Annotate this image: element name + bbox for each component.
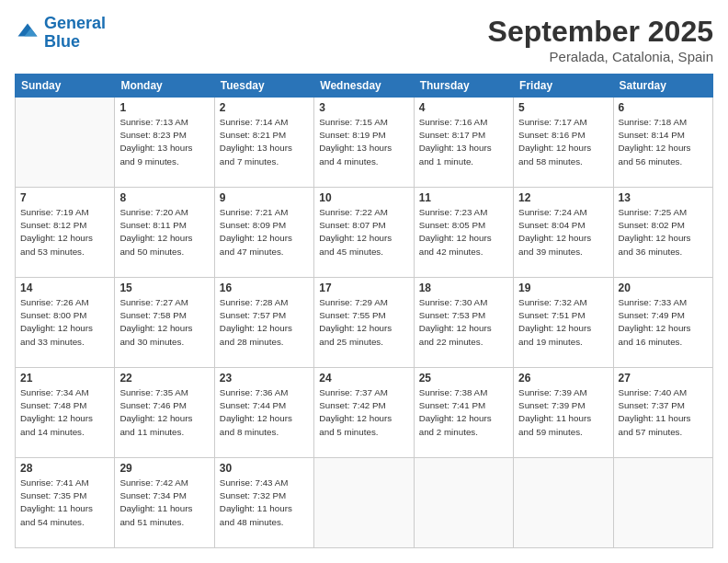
calendar-week-row: 28Sunrise: 7:41 AM Sunset: 7:35 PM Dayli… bbox=[16, 458, 713, 548]
calendar-cell: 1Sunrise: 7:13 AM Sunset: 8:23 PM Daylig… bbox=[115, 98, 214, 188]
calendar-cell: 16Sunrise: 7:28 AM Sunset: 7:57 PM Dayli… bbox=[214, 278, 313, 368]
day-number: 9 bbox=[220, 191, 309, 204]
day-info: Sunrise: 7:41 AM Sunset: 7:35 PM Dayligh… bbox=[20, 477, 109, 529]
day-number: 1 bbox=[119, 101, 209, 114]
calendar-cell: 26Sunrise: 7:39 AM Sunset: 7:39 PM Dayli… bbox=[514, 368, 613, 458]
day-info: Sunrise: 7:25 AM Sunset: 8:02 PM Dayligh… bbox=[619, 206, 708, 259]
calendar-col-header: Thursday bbox=[414, 75, 513, 98]
calendar-cell: 13Sunrise: 7:25 AM Sunset: 8:02 PM Dayli… bbox=[613, 188, 712, 278]
day-info: Sunrise: 7:30 AM Sunset: 7:53 PM Dayligh… bbox=[419, 296, 508, 349]
header: General Blue September 2025 Peralada, Ca… bbox=[15, 15, 713, 64]
location: Peralada, Catalonia, Spain bbox=[488, 49, 713, 64]
calendar-cell: 23Sunrise: 7:36 AM Sunset: 7:44 PM Dayli… bbox=[214, 368, 313, 458]
calendar-cell: 27Sunrise: 7:40 AM Sunset: 7:37 PM Dayli… bbox=[613, 368, 712, 458]
day-info: Sunrise: 7:38 AM Sunset: 7:41 PM Dayligh… bbox=[419, 386, 508, 439]
calendar-cell: 3Sunrise: 7:15 AM Sunset: 8:19 PM Daylig… bbox=[314, 98, 414, 188]
day-info: Sunrise: 7:14 AM Sunset: 8:21 PM Dayligh… bbox=[220, 116, 309, 168]
calendar-col-header: Wednesday bbox=[314, 75, 414, 98]
day-number: 16 bbox=[220, 282, 309, 294]
calendar-cell: 15Sunrise: 7:27 AM Sunset: 7:58 PM Dayli… bbox=[115, 278, 214, 368]
day-number: 10 bbox=[319, 191, 408, 204]
day-number: 28 bbox=[20, 462, 109, 475]
day-number: 6 bbox=[619, 101, 708, 114]
calendar-cell bbox=[314, 458, 414, 548]
day-info: Sunrise: 7:23 AM Sunset: 8:05 PM Dayligh… bbox=[419, 206, 508, 259]
day-info: Sunrise: 7:29 AM Sunset: 7:55 PM Dayligh… bbox=[319, 296, 408, 349]
calendar-cell bbox=[414, 458, 513, 548]
calendar-cell: 30Sunrise: 7:43 AM Sunset: 7:32 PM Dayli… bbox=[214, 458, 313, 548]
day-number: 26 bbox=[518, 372, 608, 385]
day-info: Sunrise: 7:43 AM Sunset: 7:32 PM Dayligh… bbox=[220, 477, 309, 529]
day-number: 2 bbox=[220, 101, 309, 114]
calendar-col-header: Tuesday bbox=[214, 75, 313, 98]
day-number: 14 bbox=[20, 282, 109, 294]
calendar-cell: 25Sunrise: 7:38 AM Sunset: 7:41 PM Dayli… bbox=[414, 368, 513, 458]
day-info: Sunrise: 7:28 AM Sunset: 7:57 PM Dayligh… bbox=[220, 296, 309, 349]
calendar-cell: 21Sunrise: 7:34 AM Sunset: 7:48 PM Dayli… bbox=[16, 368, 115, 458]
calendar-cell: 12Sunrise: 7:24 AM Sunset: 8:04 PM Dayli… bbox=[514, 188, 613, 278]
day-number: 17 bbox=[319, 282, 408, 294]
day-number: 13 bbox=[619, 191, 708, 204]
day-number: 19 bbox=[518, 282, 608, 294]
calendar-cell: 6Sunrise: 7:18 AM Sunset: 8:14 PM Daylig… bbox=[613, 98, 712, 188]
day-info: Sunrise: 7:26 AM Sunset: 8:00 PM Dayligh… bbox=[20, 296, 109, 349]
calendar-week-row: 21Sunrise: 7:34 AM Sunset: 7:48 PM Dayli… bbox=[16, 368, 713, 458]
day-number: 3 bbox=[319, 101, 408, 114]
day-number: 30 bbox=[220, 462, 309, 475]
month-title: September 2025 bbox=[488, 15, 713, 49]
page: General Blue September 2025 Peralada, Ca… bbox=[0, 0, 728, 563]
calendar-cell: 19Sunrise: 7:32 AM Sunset: 7:51 PM Dayli… bbox=[514, 278, 613, 368]
logo-icon bbox=[15, 20, 40, 46]
calendar-col-header: Saturday bbox=[613, 75, 712, 98]
calendar-cell bbox=[514, 458, 613, 548]
calendar-cell: 10Sunrise: 7:22 AM Sunset: 8:07 PM Dayli… bbox=[314, 188, 414, 278]
calendar-header-row: SundayMondayTuesdayWednesdayThursdayFrid… bbox=[16, 75, 713, 98]
day-number: 7 bbox=[20, 191, 109, 204]
day-info: Sunrise: 7:21 AM Sunset: 8:09 PM Dayligh… bbox=[220, 206, 309, 259]
day-info: Sunrise: 7:24 AM Sunset: 8:04 PM Dayligh… bbox=[518, 206, 608, 259]
calendar-cell: 20Sunrise: 7:33 AM Sunset: 7:49 PM Dayli… bbox=[613, 278, 712, 368]
day-info: Sunrise: 7:16 AM Sunset: 8:17 PM Dayligh… bbox=[419, 116, 508, 168]
day-number: 27 bbox=[619, 372, 708, 385]
calendar-cell: 28Sunrise: 7:41 AM Sunset: 7:35 PM Dayli… bbox=[16, 458, 115, 548]
calendar-cell: 4Sunrise: 7:16 AM Sunset: 8:17 PM Daylig… bbox=[414, 98, 513, 188]
calendar-cell: 18Sunrise: 7:30 AM Sunset: 7:53 PM Dayli… bbox=[414, 278, 513, 368]
calendar-cell: 5Sunrise: 7:17 AM Sunset: 8:16 PM Daylig… bbox=[514, 98, 613, 188]
day-number: 4 bbox=[419, 101, 508, 114]
day-number: 12 bbox=[518, 191, 608, 204]
day-number: 29 bbox=[119, 462, 209, 475]
day-info: Sunrise: 7:17 AM Sunset: 8:16 PM Dayligh… bbox=[518, 116, 608, 168]
day-info: Sunrise: 7:34 AM Sunset: 7:48 PM Dayligh… bbox=[20, 386, 109, 439]
day-number: 5 bbox=[518, 101, 608, 114]
calendar-cell: 29Sunrise: 7:42 AM Sunset: 7:34 PM Dayli… bbox=[115, 458, 214, 548]
calendar-cell: 7Sunrise: 7:19 AM Sunset: 8:12 PM Daylig… bbox=[16, 188, 115, 278]
calendar-col-header: Monday bbox=[115, 75, 214, 98]
day-number: 22 bbox=[119, 372, 209, 385]
day-number: 21 bbox=[20, 372, 109, 385]
day-number: 11 bbox=[419, 191, 508, 204]
day-info: Sunrise: 7:20 AM Sunset: 8:11 PM Dayligh… bbox=[119, 206, 209, 259]
day-info: Sunrise: 7:39 AM Sunset: 7:39 PM Dayligh… bbox=[518, 386, 608, 439]
calendar-cell: 14Sunrise: 7:26 AM Sunset: 8:00 PM Dayli… bbox=[16, 278, 115, 368]
day-info: Sunrise: 7:35 AM Sunset: 7:46 PM Dayligh… bbox=[119, 386, 209, 439]
day-info: Sunrise: 7:19 AM Sunset: 8:12 PM Dayligh… bbox=[20, 206, 109, 259]
day-number: 24 bbox=[319, 372, 408, 385]
calendar-cell: 9Sunrise: 7:21 AM Sunset: 8:09 PM Daylig… bbox=[214, 188, 313, 278]
logo: General Blue bbox=[15, 15, 106, 52]
day-info: Sunrise: 7:33 AM Sunset: 7:49 PM Dayligh… bbox=[619, 296, 708, 349]
calendar-col-header: Friday bbox=[514, 75, 613, 98]
calendar-week-row: 1Sunrise: 7:13 AM Sunset: 8:23 PM Daylig… bbox=[16, 98, 713, 188]
calendar-cell bbox=[613, 458, 712, 548]
day-number: 20 bbox=[619, 282, 708, 294]
day-info: Sunrise: 7:15 AM Sunset: 8:19 PM Dayligh… bbox=[319, 116, 408, 168]
day-info: Sunrise: 7:37 AM Sunset: 7:42 PM Dayligh… bbox=[319, 386, 408, 439]
day-info: Sunrise: 7:13 AM Sunset: 8:23 PM Dayligh… bbox=[119, 116, 209, 168]
calendar-cell: 22Sunrise: 7:35 AM Sunset: 7:46 PM Dayli… bbox=[115, 368, 214, 458]
title-block: September 2025 Peralada, Catalonia, Spai… bbox=[488, 15, 713, 64]
day-info: Sunrise: 7:18 AM Sunset: 8:14 PM Dayligh… bbox=[619, 116, 708, 168]
day-info: Sunrise: 7:40 AM Sunset: 7:37 PM Dayligh… bbox=[619, 386, 708, 439]
day-info: Sunrise: 7:27 AM Sunset: 7:58 PM Dayligh… bbox=[119, 296, 209, 349]
day-number: 8 bbox=[119, 191, 209, 204]
day-number: 15 bbox=[119, 282, 209, 294]
day-info: Sunrise: 7:42 AM Sunset: 7:34 PM Dayligh… bbox=[119, 477, 209, 529]
